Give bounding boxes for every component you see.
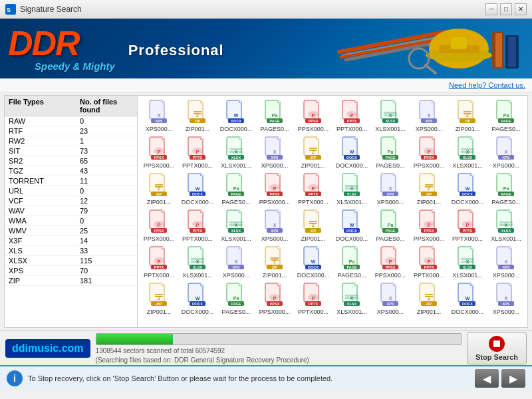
maximize-button[interactable]: □ [500,3,512,15]
file-icon-item[interactable]: X XLSX XLSX001... [449,135,486,170]
file-icon-item[interactable]: W DOCX DOCX000... [333,135,370,170]
minimize-button[interactable]: ─ [485,3,497,15]
close-button[interactable]: ✕ [515,3,527,15]
file-icon-item[interactable]: Z ZIP ZIP001... [295,135,332,170]
file-icon-item[interactable]: Z ZIP ZIP001... [295,208,332,243]
file-icon-item[interactable]: W DOCX DOCX000... [217,98,255,134]
file-type-count: 0 [80,217,133,225]
file-icon-item[interactable]: Z ZIP ZIP001... [179,98,216,134]
file-icon-item[interactable]: W DOCX DOCX000... [295,245,332,280]
file-icon-item[interactable]: X XPS XPS000... [256,208,293,243]
file-icon: X XPS [225,246,247,272]
file-icon-item[interactable]: X XPS XPS000... [217,245,255,280]
file-type-row[interactable]: X3F14 [5,236,137,246]
file-icon-item[interactable]: Z ZIP ZIP001... [410,172,448,207]
file-icon-item[interactable]: X XLSX XLSX001... [487,208,525,243]
file-icon-item[interactable]: X XPS XPS000... [487,245,525,280]
file-type-row[interactable]: SIT73 [5,146,137,156]
file-icon-item[interactable]: P PPTX PPTX000... [295,281,332,317]
file-icon-item[interactable]: P PPTX PPTX000... [140,245,178,280]
file-type-row[interactable]: RAW0 [5,116,137,126]
file-icon-item[interactable]: Pa PAGE PAGES0... [487,98,525,134]
file-icon-item[interactable]: X XPS XPS000... [372,172,409,207]
file-icon-item[interactable]: Pa PAGE PAGES0... [256,98,293,134]
svg-text:XPS: XPS [386,192,394,196]
file-icon-item[interactable]: P PPSX PPSX000... [295,98,332,134]
file-icon-item[interactable]: W DOCX DOCX000... [449,281,486,317]
file-type-row[interactable]: WAV79 [5,206,137,216]
file-icon-label: ZIP001... [450,126,485,132]
file-icon-item[interactable]: P PPSX PPSX000... [372,245,409,280]
file-icon-item[interactable]: W DOCX DOCX000... [179,281,216,317]
file-icon-item[interactable]: P PPTX PPTX000... [179,135,216,170]
file-icon-item[interactable]: X XLSX XLSX001... [179,245,216,280]
file-icon-item[interactable]: P PPSX PPSX000... [256,281,293,317]
file-icon-item[interactable]: Z ZIP ZIP001... [140,172,178,207]
file-icon-item[interactable]: P PPTX PPTX000... [179,208,216,243]
right-panel[interactable]: X XPS XPS000... Z ZIP ZIP001... W DOCX D… [138,96,527,327]
file-icon-item[interactable]: Pa PAGE PAGES0... [372,208,409,243]
file-icon-item[interactable]: X XLSX XLSX001... [333,281,370,317]
file-type-row[interactable]: URL0 [5,186,137,196]
file-type-row[interactable]: XLSX115 [5,256,137,266]
file-icon-item[interactable]: X XPS XPS000... [140,98,178,134]
file-icon-item[interactable]: P PPSX PPSX000... [410,208,448,243]
svg-point-319 [462,221,473,227]
file-icon-item[interactable]: Pa PAGE PAGES0... [217,281,255,317]
file-icon-item[interactable]: Z ZIP ZIP001... [140,281,178,317]
file-icon-item[interactable]: Pa PAGE PAGES0... [372,135,409,170]
svg-point-438 [269,294,280,301]
file-icon-item[interactable]: X XPS XPS000... [487,135,525,170]
file-icon: Pa PAGE [225,283,247,309]
file-type-row[interactable]: XPS70 [5,266,137,276]
file-icon-item[interactable]: P PPTX PPTX000... [410,245,448,280]
file-icon-item[interactable]: P PPTX PPTX000... [295,172,332,207]
file-icon-item[interactable]: Pa PAGE PAGES0... [217,172,255,207]
file-type-list[interactable]: RAW0RTF23RW21SIT73SR265TGZ43TORRENT11URL… [5,116,137,327]
nav-back-button[interactable]: ◀ [475,369,499,388]
file-type-count: 0 [80,117,133,125]
file-type-row[interactable]: WMV25 [5,226,137,236]
file-icon-item[interactable]: Pa PAGE PAGES0... [333,245,370,280]
svg-text:DOCX: DOCX [231,119,241,123]
file-icon-item[interactable]: X XLSX XLSX001... [449,245,486,280]
file-icon-item[interactable]: P PPTX PPTX000... [333,98,370,134]
file-icon-item[interactable]: P PPSX PPSX000... [410,135,448,170]
svg-text:X: X [505,296,508,301]
file-icon-item[interactable]: X XPS XPS000... [487,281,525,317]
file-type-row[interactable]: ZIP181 [5,276,137,286]
file-icon-item[interactable]: Z ZIP ZIP001... [410,281,448,317]
help-link[interactable]: Need help? Contact us. [449,81,525,89]
nav-forward-button[interactable]: ▶ [501,369,525,388]
file-icon-item[interactable]: Z ZIP ZIP001... [449,98,486,134]
file-icon-item[interactable]: P PPSX PPSX000... [256,172,293,207]
file-icon-item[interactable]: X XPS XPS000... [372,281,409,317]
file-icon-label: PAGES0... [219,199,253,205]
file-icon-label: DOCX000... [180,199,215,205]
file-icon-item[interactable]: X XLSX XLSX001... [217,208,255,243]
file-icon-item[interactable]: P PPSX PPSX000... [140,135,178,170]
file-type-row[interactable]: RTF23 [5,126,137,136]
file-icon: X XPS [264,209,285,235]
file-icon-item[interactable]: X XLSX XLSX001... [372,98,409,134]
file-icon-item[interactable]: Pa PAGE PAGES0... [487,172,525,207]
stop-search-button[interactable]: Stop Search [467,332,527,364]
file-icon-item[interactable]: W DOCX DOCX000... [449,172,486,207]
file-type-row[interactable]: TORRENT11 [5,176,137,186]
file-icon: W DOCX [341,136,362,162]
file-icon-item[interactable]: Z ZIP ZIP001... [256,245,293,280]
file-type-row[interactable]: WMA0 [5,216,137,226]
file-icon-item[interactable]: P PPSX PPSX000... [140,208,178,243]
file-type-row[interactable]: XLS33 [5,246,137,256]
file-icon-item[interactable]: X XLSX XLSX001... [217,135,255,170]
file-icon-item[interactable]: X XPS XPS000... [410,98,448,134]
file-icon-item[interactable]: X XLSX XLSX001... [333,172,370,207]
file-type-row[interactable]: VCF12 [5,196,137,206]
file-icon-item[interactable]: P PPTX PPTX000... [449,208,486,243]
file-icon-item[interactable]: X XPS XPS000... [256,135,293,170]
file-type-row[interactable]: RW21 [5,136,137,146]
file-type-row[interactable]: TGZ43 [5,166,137,176]
file-icon-item[interactable]: W DOCX DOCX000... [333,208,370,243]
file-icon-item[interactable]: W DOCX DOCX000... [179,172,216,207]
file-type-row[interactable]: SR265 [5,156,137,166]
